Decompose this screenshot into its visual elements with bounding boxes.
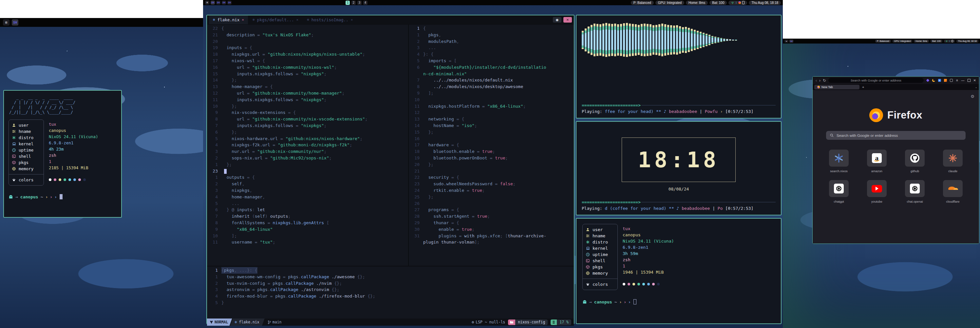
tray-icons[interactable]: ᛒ <box>944 40 955 43</box>
neovim-window[interactable]: ❄ flake.nix × ❄ pkgs/default... × ❄ host… <box>206 15 574 324</box>
dark-reader-icon[interactable] <box>932 79 935 82</box>
prompt-chevron: › <box>54 195 57 200</box>
tile-amazon[interactable]: a amazon <box>865 150 889 173</box>
bar-segment <box>611 50 613 53</box>
maximize-button[interactable] <box>967 79 970 82</box>
tab-pkgs-default[interactable]: ❄ pkgs/default... × <box>248 15 302 24</box>
layout-grid-button[interactable]: ⊞ <box>3 19 10 25</box>
project-chip[interactable]: nixos-config <box>508 320 548 325</box>
close-button[interactable]: ✕ <box>974 79 976 82</box>
user-icon <box>12 124 16 127</box>
back-button[interactable]: ‹ <box>816 79 817 82</box>
bar-segment <box>652 52 654 55</box>
workspace-tag-button[interactable]: $W <box>222 1 226 5</box>
close-window-button[interactable]: ✕ <box>563 17 572 22</box>
workspace-tag-button[interactable]: $W <box>12 19 18 25</box>
bar-segment <box>620 27 622 30</box>
code-text: forAllSystems = nixpkgs.lib.genAttrs [ <box>221 220 329 226</box>
terminal-fastfetch-right[interactable]: userhnamedistrokerneluptimeshellpkgsmemo… <box>576 218 781 324</box>
workspace-2-button[interactable]: 2 <box>352 1 356 5</box>
bar-segment <box>659 49 660 53</box>
visualizer-bar <box>626 23 628 57</box>
color-dot <box>637 283 640 285</box>
workspace-4-button[interactable]: 4 <box>363 1 368 5</box>
text-seg: tux-awesome-wm-config <box>221 274 280 279</box>
menu-icon[interactable]: ≡ <box>955 79 959 82</box>
bar-segment <box>647 27 649 30</box>
close-icon[interactable]: × <box>296 18 299 22</box>
bar-segment <box>620 53 622 56</box>
tile-github[interactable]: github <box>903 150 927 173</box>
tile-chat-openai[interactable]: chat.openai <box>903 180 927 203</box>
text-seg: nixos-wsl <box>221 58 255 63</box>
workspace-tag-button[interactable]: $W <box>228 1 232 5</box>
tab-flake-nix[interactable]: ❄ flake.nix × <box>209 15 248 24</box>
clock-chip[interactable]: Thu Aug 08, 18:18 <box>956 40 978 43</box>
code-text: username = "tux"; <box>221 239 275 246</box>
bar-segment <box>593 50 595 54</box>
line-number: 9 <box>207 109 218 116</box>
editor-pane-bottom[interactable]: 1{pkgs, ...}: {1 tux-awesome-wm-config =… <box>207 266 574 318</box>
workspace-tag-button[interactable]: $W <box>216 1 220 5</box>
tile-claude[interactable]: claude <box>941 150 965 173</box>
fetch-label: pkgs <box>592 265 603 269</box>
workspace-3-button[interactable]: 3 <box>357 1 362 5</box>
code-text: inherit (self) outputs; <box>221 213 291 220</box>
new-tab-button[interactable]: + <box>862 85 864 89</box>
shell-prompt[interactable]: → canopus ~ ››› <box>582 299 775 304</box>
gpu-chip[interactable]: GPU: Integrated <box>655 1 684 5</box>
tray-icons[interactable]: ᛒ <box>729 1 747 5</box>
text-seg: }; <box>423 162 433 167</box>
text-seg: true <box>495 155 505 160</box>
terminal-cava[interactable]: ======================> Playing: ffee fo… <box>576 15 781 119</box>
tab-new-tab[interactable]: New Tab <box>814 85 859 89</box>
ping-chip[interactable]: Home: 8ms <box>686 1 708 5</box>
layout-grid-button[interactable]: ⊞ <box>784 40 788 43</box>
close-icon[interactable]: × <box>351 18 353 22</box>
workspace-tag-button[interactable]: $W <box>789 40 793 43</box>
editor-pane-right[interactable]: 1{1 pkgs,2 modulesPath,3 ...4}: {5 impor… <box>409 25 574 266</box>
firefox-window[interactable]: ‹ › ↻ Search with Google or enter addres… <box>812 76 979 244</box>
terminal-fastfetch-left[interactable]: _ _ __ _ _ ____ ____ / | |/ / \/ / / __ … <box>3 90 122 218</box>
metamask-icon[interactable] <box>943 79 947 82</box>
forward-button[interactable]: › <box>819 79 821 82</box>
workspace-1-button[interactable]: 1 <box>345 1 350 5</box>
text-seg: ; <box>324 149 326 154</box>
workspace-tag-button[interactable]: $W <box>211 1 215 5</box>
minimize-button[interactable]: — <box>961 79 965 82</box>
tab-hosts-isoimage[interactable]: ❄ hosts/isoImag.. × <box>303 15 357 24</box>
zen-mode-button[interactable]: ◉ <box>553 17 562 22</box>
tile-chatgpt[interactable]: chatgpt <box>827 180 851 203</box>
tile-youtube[interactable]: youtube <box>865 180 889 203</box>
color-dot <box>68 178 71 181</box>
text-seg: home-manager <box>221 84 262 89</box>
tile-search-nixos[interactable]: search.nixos <box>827 150 851 173</box>
layout-grid-button[interactable]: ⊞ <box>205 1 209 5</box>
terminal-clock[interactable]: 18:18 08/08/24 ======================> P… <box>576 121 781 215</box>
battery-chip[interactable]: Bat: 100 <box>710 1 727 5</box>
line-number: 18 <box>207 51 218 58</box>
personalize-gear-icon[interactable]: ⚙ <box>970 94 974 99</box>
ping-chip[interactable]: Home: 6ms <box>914 40 929 43</box>
ublock-icon[interactable]: ▾ <box>938 79 941 82</box>
bar-segment <box>641 53 643 56</box>
power-profile-chip[interactable]: P: Balanced <box>875 40 891 43</box>
editor-pane-left[interactable]: 22{21 description = "tux's NixOS Flake";… <box>207 25 408 266</box>
tab-list-chevron[interactable]: ⌄ <box>975 86 977 89</box>
reload-button[interactable]: ↻ <box>823 79 826 82</box>
bar-segment <box>611 30 613 49</box>
bar-segment <box>590 27 592 31</box>
tile-cloudflare[interactable]: cloudflare <box>941 180 965 203</box>
git-branch[interactable]: main <box>268 320 282 325</box>
gpu-chip[interactable]: GPU: Integrated <box>892 40 913 43</box>
close-icon[interactable]: × <box>242 18 244 22</box>
shell-prompt[interactable]: → canopus ~ ››› <box>8 194 117 200</box>
url-bar[interactable]: Search with Google or enter address <box>828 78 924 83</box>
battery-chip[interactable]: Bat: 100 <box>931 40 942 43</box>
extension-puzzle-icon[interactable] <box>950 79 953 82</box>
power-profile-chip[interactable]: P: Balanced <box>631 1 654 5</box>
newtab-search-input[interactable]: Search with Google or enter address <box>826 131 966 140</box>
code-line: 7 inputs.nixpkgs.follows = "nixpkgs"; <box>207 122 408 129</box>
clock-chip[interactable]: Thu Aug 08, 18:18 <box>749 1 781 5</box>
bitwarden-icon[interactable] <box>926 79 929 82</box>
